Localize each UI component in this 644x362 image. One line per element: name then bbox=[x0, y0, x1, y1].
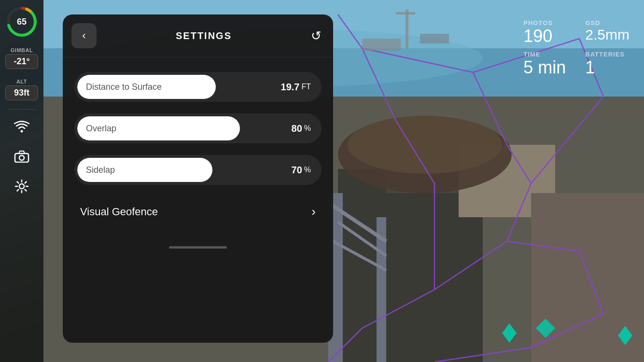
svg-rect-20 bbox=[406, 10, 408, 48]
refresh-button[interactable]: ↺ bbox=[311, 28, 322, 43]
overlap-slider-fill: Overlap bbox=[77, 116, 240, 140]
sidelap-slider-fill: Sidelap bbox=[77, 158, 212, 182]
overlap-label: Overlap bbox=[86, 124, 116, 134]
gear-icon[interactable] bbox=[14, 179, 29, 196]
overlap-value-area: 80 % bbox=[286, 123, 319, 134]
batteries-stat: BATTERIES 1 bbox=[585, 51, 630, 77]
distance-to-surface-row[interactable]: Distance to Surface 19.7 FT bbox=[74, 72, 322, 102]
distance-slider-fill: Distance to Surface bbox=[77, 75, 216, 99]
visual-geofence-row[interactable]: Visual Geofence › bbox=[74, 196, 322, 227]
wifi-icon[interactable] bbox=[14, 120, 29, 136]
distance-value-area: 19.7 FT bbox=[275, 82, 319, 93]
settings-panel: ‹ SETTINGS ↺ Distance to Surface 19.7 FT bbox=[63, 14, 333, 343]
svg-point-26 bbox=[21, 130, 23, 133]
distance-value: 19.7 bbox=[281, 82, 300, 93]
time-label: TIME bbox=[523, 51, 566, 58]
batteries-value: 1 bbox=[585, 58, 630, 77]
time-value: 5 min bbox=[523, 58, 566, 77]
gimbal-value: -21° bbox=[5, 54, 38, 69]
svg-rect-27 bbox=[15, 153, 28, 162]
overlap-slider-track: Overlap bbox=[77, 116, 286, 140]
bottom-handle bbox=[169, 246, 227, 249]
batteries-label: BATTERIES bbox=[585, 51, 630, 58]
battery-gauge: 65 bbox=[5, 5, 39, 39]
distance-label: Distance to Surface bbox=[86, 82, 162, 92]
svg-point-29 bbox=[19, 184, 24, 189]
settings-content: Distance to Surface 19.7 FT Overlap 80 % bbox=[63, 57, 333, 241]
distance-slider-track: Distance to Surface bbox=[77, 75, 275, 99]
svg-rect-18 bbox=[362, 39, 401, 51]
photos-stat: PHOTOS 190 bbox=[523, 19, 566, 46]
battery-value: 65 bbox=[17, 17, 27, 27]
overlap-value: 80 bbox=[292, 123, 302, 134]
left-sidebar: 65 GIMBAL -21° ALT 93ft bbox=[0, 0, 43, 362]
svg-rect-19 bbox=[420, 34, 449, 43]
sidelap-slider-track: Sidelap bbox=[77, 158, 286, 182]
svg-rect-21 bbox=[396, 12, 415, 14]
gsd-value: 2.5mm bbox=[585, 27, 630, 42]
overlap-unit: % bbox=[304, 124, 311, 133]
divider-1 bbox=[7, 109, 36, 110]
alt-label: ALT bbox=[16, 79, 27, 84]
gimbal-label: GIMBAL bbox=[11, 47, 33, 53]
chevron-right-icon: › bbox=[311, 204, 316, 219]
alt-value: 93ft bbox=[5, 85, 38, 100]
geofence-label: Visual Geofence bbox=[80, 206, 158, 218]
settings-header: ‹ SETTINGS ↺ bbox=[63, 14, 333, 57]
camera-icon[interactable] bbox=[14, 149, 29, 166]
top-right-stats: PHOTOS 190 GSD 2.5mm TIME 5 min BATTERIE… bbox=[523, 19, 630, 77]
sidelap-value-area: 70 % bbox=[286, 165, 319, 176]
sidelap-row[interactable]: Sidelap 70 % bbox=[74, 155, 322, 185]
sidelap-unit: % bbox=[304, 166, 311, 174]
gsd-label: GSD bbox=[585, 19, 630, 27]
back-button[interactable]: ‹ bbox=[71, 23, 97, 48]
sidelap-value: 70 bbox=[292, 165, 302, 176]
refresh-icon: ↺ bbox=[311, 28, 322, 43]
settings-title: SETTINGS bbox=[176, 30, 232, 42]
time-stat: TIME 5 min bbox=[523, 51, 566, 77]
sidelap-label: Sidelap bbox=[86, 165, 115, 175]
svg-point-28 bbox=[19, 155, 24, 160]
gsd-stat: GSD 2.5mm bbox=[585, 19, 630, 46]
photos-value: 190 bbox=[523, 27, 566, 46]
back-icon: ‹ bbox=[82, 29, 85, 42]
overlap-row[interactable]: Overlap 80 % bbox=[74, 113, 322, 143]
svg-point-9 bbox=[348, 116, 502, 174]
photos-label: PHOTOS bbox=[523, 19, 566, 27]
distance-unit: FT bbox=[301, 83, 311, 91]
